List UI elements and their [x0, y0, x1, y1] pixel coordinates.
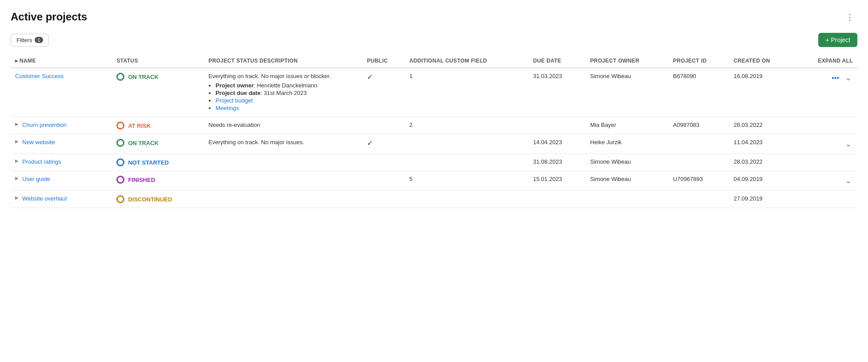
- status-indicator: [116, 73, 124, 81]
- description-bold: Project due date: [215, 90, 260, 96]
- project-name-link[interactable]: New website: [22, 139, 55, 146]
- table-row: ▶ Website overhaul DISCONTINUED 27.09.20…: [11, 191, 857, 208]
- public-checkmark: ✓: [367, 139, 373, 147]
- public-cell: [362, 117, 405, 134]
- col-header-owner: PROJECT OWNER: [586, 54, 669, 68]
- description-cell: [204, 191, 362, 208]
- custom-field-cell: 2: [405, 117, 529, 134]
- custom-field-cell: 5: [405, 171, 529, 191]
- project-id-cell: A0987083: [669, 117, 729, 134]
- col-header-id: PROJECT ID: [669, 54, 729, 68]
- description-link[interactable]: Meetings: [215, 105, 239, 111]
- description-cell: Everything on track. No major issues or …: [204, 68, 362, 117]
- created-on-cell: 28.03.2022: [729, 154, 794, 171]
- status-label: FINISHED: [128, 177, 155, 183]
- expand-actions-cell: ⌄: [794, 134, 857, 154]
- owner-cell: Simone Wibeau: [586, 68, 669, 117]
- expand-actions-cell: ⌄: [794, 171, 857, 191]
- created-on-cell: 27.09.2019: [729, 191, 794, 208]
- due-date-cell: 31.03.2023: [529, 68, 585, 117]
- status-label: ON TRACK: [128, 74, 159, 80]
- due-date-cell: [529, 117, 585, 134]
- status-label: NOT STARTED: [128, 159, 168, 166]
- public-cell: ✓: [362, 134, 405, 154]
- status-label: DISCONTINUED: [128, 196, 172, 203]
- project-id-cell: B678090: [669, 68, 729, 117]
- col-header-custom: ADDITIONAL CUSTOM FIELD: [405, 54, 529, 68]
- filters-label: Filters: [16, 37, 32, 43]
- description-text: Everything on track. No major issues.: [208, 139, 304, 146]
- description-cell: Everything on track. No major issues.: [204, 134, 362, 154]
- project-id-cell: [669, 134, 729, 154]
- status-indicator: [116, 122, 124, 130]
- row-expand-arrow[interactable]: ▶: [15, 195, 19, 200]
- project-name-link[interactable]: Churn prevention: [22, 122, 67, 128]
- table-row: Customer Success ON TRACK Everything on …: [11, 68, 857, 117]
- description-bold: Project owner: [215, 82, 254, 89]
- status-indicator: [116, 195, 124, 203]
- row-expand-arrow[interactable]: ▶: [15, 139, 19, 144]
- filters-count: 1: [35, 37, 43, 43]
- row-expand-button[interactable]: ⌄: [844, 176, 853, 186]
- due-date-cell: 31.08.2023: [529, 154, 585, 171]
- expand-actions-cell: [794, 117, 857, 134]
- public-cell: ✓: [362, 68, 405, 117]
- project-name-link[interactable]: Customer Success: [15, 73, 64, 79]
- description-rest: : 31st March 2023: [260, 90, 307, 96]
- owner-cell: Heike Jurzik: [586, 134, 669, 154]
- table-row: ▶ New website ON TRACK Everything on tra…: [11, 134, 857, 154]
- expand-actions-cell: •••⌄: [794, 68, 857, 117]
- status-indicator: [116, 176, 124, 184]
- owner-cell: [586, 191, 669, 208]
- expand-actions-cell: [794, 191, 857, 208]
- col-header-due: DUE DATE: [529, 54, 585, 68]
- status-label: ON TRACK: [128, 140, 159, 146]
- created-on-cell: 16.08.2019: [729, 68, 794, 117]
- project-id-cell: U70967893: [669, 171, 729, 191]
- description-link[interactable]: Project budget: [215, 97, 253, 104]
- row-expand-button[interactable]: ⌄: [844, 73, 853, 83]
- expand-actions-cell: [794, 154, 857, 171]
- project-name-link[interactable]: Product ratings: [22, 158, 61, 165]
- description-text: Needs re-evaluation: [208, 122, 260, 128]
- public-cell: [362, 154, 405, 171]
- projects-table: ▸ NAME STATUS PROJECT STATUS DESCRIPTION…: [11, 54, 857, 208]
- table-row: ▶ User guide FINISHED 515.01.2023Simone …: [11, 171, 857, 191]
- public-cell: [362, 191, 405, 208]
- owner-cell: Simone Wibeau: [586, 171, 669, 191]
- custom-field-cell: [405, 134, 529, 154]
- due-date-cell: [529, 191, 585, 208]
- owner-cell: Mia Bayer: [586, 117, 669, 134]
- col-header-expand: EXPAND ALL: [794, 54, 857, 68]
- table-row: ▶ Product ratings NOT STARTED 31.08.2023…: [11, 154, 857, 171]
- public-cell: [362, 171, 405, 191]
- row-more-button[interactable]: •••: [830, 73, 841, 83]
- custom-field-cell: [405, 191, 529, 208]
- due-date-cell: 15.01.2023: [529, 171, 585, 191]
- project-name-link[interactable]: User guide: [22, 176, 50, 182]
- page-title: Active projects: [11, 11, 87, 23]
- col-header-public: PUBLIC: [362, 54, 405, 68]
- filters-button[interactable]: Filters 1: [11, 34, 49, 47]
- description-cell: [204, 154, 362, 171]
- custom-field-cell: [405, 154, 529, 171]
- description-cell: [204, 171, 362, 191]
- more-options-button[interactable]: ⋮: [842, 11, 857, 24]
- table-header-row: ▸ NAME STATUS PROJECT STATUS DESCRIPTION…: [11, 54, 857, 68]
- public-checkmark: ✓: [367, 73, 373, 81]
- row-expand-button[interactable]: ⌄: [844, 139, 853, 149]
- owner-cell: Simone Wibeau: [586, 154, 669, 171]
- col-header-desc: PROJECT STATUS DESCRIPTION: [204, 54, 362, 68]
- created-on-cell: 04.09.2019: [729, 171, 794, 191]
- project-name-link[interactable]: Website overhaul: [22, 195, 67, 202]
- due-date-cell: 14.04.2023: [529, 134, 585, 154]
- col-header-status: STATUS: [112, 54, 204, 68]
- row-expand-arrow[interactable]: ▶: [15, 176, 19, 181]
- add-project-label: + Project: [825, 36, 850, 43]
- add-project-button[interactable]: + Project: [818, 33, 857, 47]
- status-label: AT RISK: [128, 122, 151, 129]
- row-expand-arrow[interactable]: ▶: [15, 158, 19, 163]
- description-rest: : Henriette Danckelmann: [254, 82, 317, 89]
- description-cell: Needs re-evaluation: [204, 117, 362, 134]
- row-expand-arrow[interactable]: ▶: [15, 122, 19, 126]
